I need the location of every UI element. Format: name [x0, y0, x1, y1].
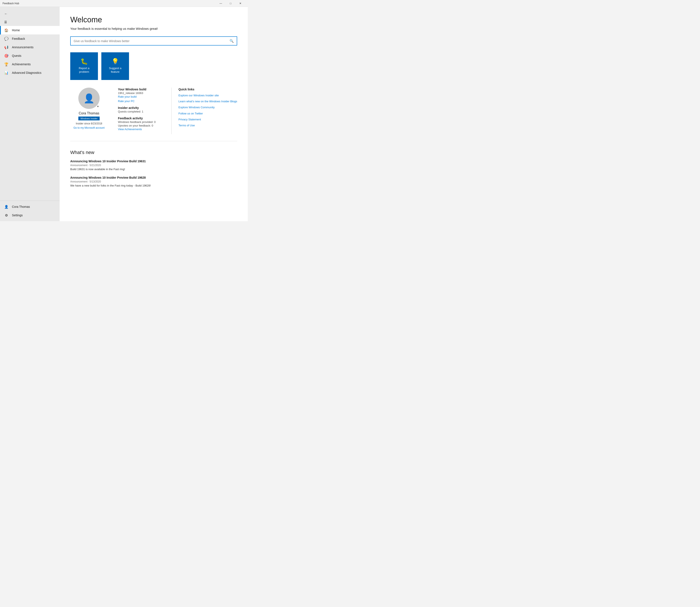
user-section: 👤 + Cora Thomas Windows Insider Insider …	[70, 88, 237, 141]
feedback-upvotes: Upvotes on your feedback: 0	[118, 124, 166, 127]
back-button[interactable]: ←	[0, 9, 60, 18]
sidebar-item-label: Quests	[12, 54, 21, 58]
quick-link-privacy-statement[interactable]: Privacy Statement	[178, 118, 237, 122]
rate-pc-link[interactable]: Rate your PC	[118, 100, 166, 103]
quick-link-explore-insider[interactable]: Explore our Windows Insider site	[178, 93, 237, 98]
search-icon: 🔍	[229, 39, 234, 43]
close-button[interactable]: ✕	[236, 0, 245, 7]
news-meta: Announcement · 5/21/2020	[70, 164, 237, 167]
nav-items: 🏠 Home 💬 Feedback 📢 Announcements 🎯 Ques…	[0, 26, 60, 77]
account-link[interactable]: Go to my Microsoft account	[74, 126, 104, 129]
announcements-icon: 📢	[4, 45, 8, 49]
quests-completed: Quests completed: 1	[118, 110, 166, 113]
window-controls: — □ ✕	[216, 0, 245, 7]
report-problem-card[interactable]: 🐛 Report aproblem	[70, 52, 98, 80]
maximize-button[interactable]: □	[226, 0, 236, 7]
windows-build-section: Your Windows build 19h1_release 18363 Ra…	[118, 88, 166, 103]
quests-icon: 🎯	[4, 54, 8, 58]
news-item-build-19628[interactable]: Announcing Windows 10 Insider Preview Bu…	[70, 176, 237, 187]
quick-link-explore-community[interactable]: Explore Windows Community	[178, 105, 237, 109]
hamburger-button[interactable]: ☰	[0, 18, 60, 26]
home-icon: 🏠	[4, 28, 8, 32]
quick-link-follow-twitter[interactable]: Follow us on Twitter	[178, 112, 237, 116]
user-profile: 👤 + Cora Thomas Windows Insider Insider …	[70, 88, 113, 134]
whats-new-section: What's new Announcing Windows 10 Insider…	[70, 150, 237, 187]
search-bar: 🔍	[70, 36, 237, 45]
sidebar-bottom-item-settings[interactable]: ⚙ Settings	[0, 211, 60, 219]
sidebar-item-label: Advanced Diagnostics	[12, 71, 41, 75]
news-item-build-19631[interactable]: Announcing Windows 10 Insider Preview Bu…	[70, 160, 237, 171]
quick-links-title: Quick links	[178, 88, 237, 91]
whats-new-title: What's new	[70, 150, 237, 155]
quick-links-list: Explore our Windows Insider siteLearn wh…	[178, 93, 237, 127]
sidebar-bottom-item-user[interactable]: 👤 Cora Thomas	[0, 203, 60, 211]
sidebar-item-advanced-diagnostics[interactable]: 📊 Advanced Diagnostics	[0, 68, 60, 77]
sidebar-item-label: Announcements	[12, 45, 34, 49]
user-stats: Your Windows build 19h1_release 18363 Ra…	[113, 88, 172, 134]
welcome-subtitle: Your feedback is essential to helping us…	[70, 27, 237, 30]
sidebar-bottom: 👤 Cora Thomas ⚙ Settings	[0, 201, 60, 221]
sidebar-item-announcements[interactable]: 📢 Announcements	[0, 43, 60, 51]
sidebar-bottom-label: Settings	[12, 213, 23, 217]
sidebar-item-home[interactable]: 🏠 Home	[0, 26, 60, 35]
main-content: Welcome Your feedback is essential to he…	[60, 7, 248, 221]
news-items-list: Announcing Windows 10 Insider Preview Bu…	[70, 160, 237, 187]
news-title: Announcing Windows 10 Insider Preview Bu…	[70, 160, 237, 163]
lightbulb-icon: 💡	[112, 59, 119, 64]
news-description: We have a new build for folks in the Fas…	[70, 184, 237, 187]
news-description: Build 19631 is now available in the Fast…	[70, 168, 237, 171]
quick-link-terms-of-use[interactable]: Terms of Use	[178, 124, 237, 127]
news-meta: Announcement · 5/13/2020	[70, 180, 237, 183]
feedback-icon: 💬	[4, 37, 8, 41]
news-title: Announcing Windows 10 Insider Preview Bu…	[70, 176, 237, 179]
feedback-activity-section: Feedback activity Windows feedback provi…	[118, 117, 166, 131]
windows-insider-badge: Windows Insider	[78, 117, 100, 120]
insider-activity-title: Insider activity	[118, 106, 166, 109]
hamburger-icon: ☰	[4, 20, 7, 24]
windows-build-value: 19h1_release 18363	[118, 91, 166, 95]
sidebar-spacer	[0, 79, 60, 201]
sidebar-item-label: Feedback	[12, 37, 25, 40]
sidebar-item-label: Home	[12, 28, 20, 32]
quick-links: Quick links Explore our Windows Insider …	[172, 88, 237, 134]
quick-link-learn-blogs[interactable]: Learn what's new on the Windows Insider …	[178, 100, 237, 103]
avatar: 👤 +	[78, 88, 100, 109]
sidebar-item-achievements[interactable]: 🏆 Achievements	[0, 60, 60, 68]
insider-activity-section: Insider activity Quests completed: 1	[118, 106, 166, 113]
achievements-icon: 🏆	[4, 62, 8, 66]
sidebar: ← ☰ 🏠 Home 💬 Feedback 📢 Announcements 🎯 …	[0, 7, 60, 221]
suggest-feature-card[interactable]: 💡 Suggest afeature	[101, 52, 129, 80]
sidebar-bottom-label: Cora Thomas	[12, 205, 30, 208]
back-icon: ←	[4, 12, 8, 16]
search-button[interactable]: 🔍	[226, 37, 237, 45]
rate-build-link[interactable]: Rate your build	[118, 95, 166, 98]
settings-icon: ⚙	[4, 213, 8, 217]
welcome-title: Welcome	[70, 15, 237, 24]
sidebar-top: ← ☰ 🏠 Home 💬 Feedback 📢 Announcements 🎯 …	[0, 7, 60, 79]
sidebar-item-feedback[interactable]: 💬 Feedback	[0, 35, 60, 43]
bug-icon: 🐛	[80, 59, 88, 64]
user-name: Cora Thomas	[79, 111, 99, 115]
avatar-plus-icon: +	[97, 105, 99, 108]
report-problem-label: Report aproblem	[79, 67, 89, 74]
avatar-person-icon: 👤	[83, 93, 95, 104]
suggest-feature-label: Suggest afeature	[109, 67, 122, 74]
action-cards: 🐛 Report aproblem 💡 Suggest afeature	[70, 52, 237, 80]
minimize-button[interactable]: —	[216, 0, 226, 7]
search-input[interactable]	[71, 37, 226, 45]
feedback-provided: Windows feedback provided: 0	[118, 120, 166, 124]
sidebar-item-quests[interactable]: 🎯 Quests	[0, 51, 60, 60]
title-bar: Feedback Hub — □ ✕	[0, 0, 248, 7]
feedback-activity-title: Feedback activity	[118, 117, 166, 120]
insider-since: Insider since 8/23/2018	[76, 122, 102, 125]
advanced-diagnostics-icon: 📊	[4, 70, 8, 75]
app-title: Feedback Hub	[3, 2, 216, 5]
user-icon: 👤	[4, 205, 8, 209]
sidebar-item-label: Achievements	[12, 63, 31, 66]
app-body: ← ☰ 🏠 Home 💬 Feedback 📢 Announcements 🎯 …	[0, 7, 248, 221]
view-achievements-link[interactable]: View Achievements	[118, 128, 166, 131]
windows-build-title: Your Windows build	[118, 88, 166, 91]
bottom-nav-items: 👤 Cora Thomas ⚙ Settings	[0, 203, 60, 219]
